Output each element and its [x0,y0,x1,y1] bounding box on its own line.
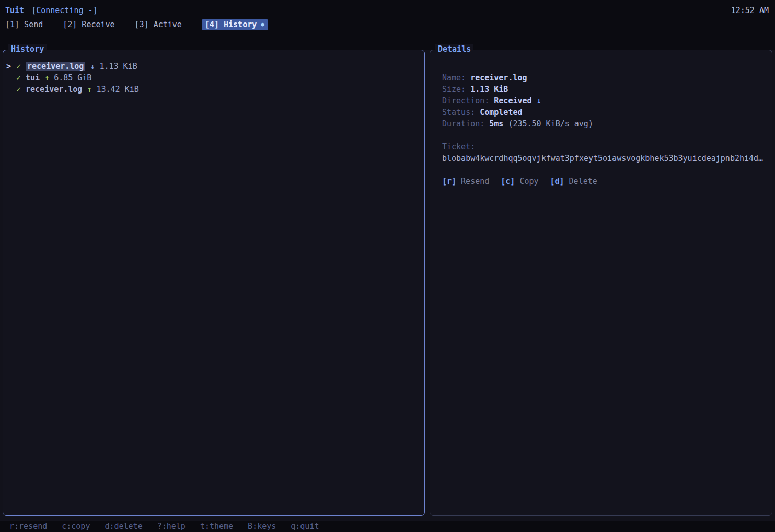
file-size: 1.13 KiB [99,62,137,71]
file-size: 13.42 KiB [96,85,138,94]
ticket-value: blobabw4kwcrdhqq5oqvjkfwat3pfxeyt5oiawsv… [442,153,764,164]
keybinding-bar: r:resend c:copy d:delete ?:help t:theme … [0,521,775,532]
tab-bar: [1] Send [2] Receive [3] Active [4] Hist… [5,18,769,31]
resend-label: Resend [461,177,489,186]
blank-line [442,164,764,176]
detail-size: Size: 1.13 KiB [442,84,764,95]
details-panel-title: Details [435,44,473,54]
delete-key: [d] [550,177,564,186]
details-body: Name: receiver.log Size: 1.13 KiB Direct… [430,50,772,187]
history-row[interactable]: ✓ tui ↑ 6.85 GiB [6,72,420,84]
detail-name: Name: receiver.log [442,72,764,84]
history-row-selected[interactable]: > ✓ receiver.log ↓ 1.13 KiB [6,61,420,72]
blank-line [442,130,764,141]
tab-receive[interactable]: [2] Receive [63,20,114,29]
ticket-label: Ticket: [442,142,475,152]
file-name: receiver.log [26,85,82,94]
tab-active[interactable]: [3] Active [135,20,182,29]
detail-duration-rate: (235.50 KiB/s avg) [508,119,593,129]
detail-status-value: Completed [480,108,522,117]
copy-label: Copy [519,177,538,186]
main-area: History > ✓ receiver.log ↓ 1.13 KiB ✓ tu… [3,50,772,516]
hint-keys[interactable]: B:keys [248,522,276,531]
history-panel: History > ✓ receiver.log ↓ 1.13 KiB ✓ tu… [3,50,425,516]
notification-dot-icon: ● [261,21,264,28]
detail-direction-value: Received [494,96,531,106]
check-icon: ✓ [16,85,21,94]
app-title: Tuit [5,6,24,15]
hint-quit[interactable]: q:quit [291,522,319,531]
history-list: > ✓ receiver.log ↓ 1.13 KiB ✓ tui ↑ 6.85… [3,50,424,95]
download-arrow-icon: ↓ [537,96,541,106]
hint-delete[interactable]: d:delete [105,522,142,531]
detail-size-label: Size: [442,85,466,94]
detail-name-value: receiver.log [470,73,527,83]
top-bar: Tuit [Connecting -] 12:52 AM [1] Send [2… [0,0,775,50]
detail-status: Status: Completed [442,107,764,118]
clock: 12:52 AM [731,6,769,15]
selection-marker-icon: > [6,62,11,71]
hint-copy[interactable]: c:copy [62,522,90,531]
hint-help[interactable]: ?:help [157,522,186,531]
detail-direction: Direction: Received ↓ [442,95,764,107]
resend-key: [r] [442,177,456,186]
copy-key: [c] [501,177,515,186]
history-panel-title: History [8,44,47,54]
detail-duration-value: 5ms [489,119,503,129]
tab-send[interactable]: [1] Send [5,20,43,29]
detail-size-value: 1.13 KiB [470,85,508,94]
delete-button[interactable]: [d] Delete [550,177,597,186]
hint-theme[interactable]: t:theme [200,522,233,531]
file-size: 6.85 GiB [54,73,91,83]
history-row[interactable]: ✓ receiver.log ↑ 13.42 KiB [6,84,420,95]
detail-direction-label: Direction: [442,96,489,106]
check-icon: ✓ [16,73,21,83]
copy-button[interactable]: [c] Copy [501,177,538,186]
detail-actions: [r] Resend [c] Copy [d] Delete [442,176,764,187]
file-name: receiver.log [26,62,85,71]
download-arrow-icon: ↓ [90,62,95,71]
upload-arrow-icon: ↑ [87,85,91,94]
brand: Tuit [Connecting -] [5,6,98,15]
detail-status-label: Status: [442,108,475,117]
detail-duration: Duration: 5ms (235.50 KiB/s avg) [442,118,764,130]
file-name: tui [26,73,40,83]
hint-resend[interactable]: r:resend [9,522,47,531]
detail-duration-label: Duration: [442,119,484,129]
delete-label: Delete [569,177,597,186]
detail-name-label: Name: [442,73,466,83]
app-window: Tuit [Connecting -] 12:52 AM [1] Send [2… [0,0,775,532]
check-icon: ✓ [16,62,21,71]
ticket-section: Ticket: [442,141,764,153]
tab-history-label: [4] History [205,20,257,29]
connection-status: [Connecting -] [31,6,97,15]
tab-history[interactable]: [4] History ● [202,19,268,30]
resend-button[interactable]: [r] Resend [442,177,489,186]
details-panel: Details Name: receiver.log Size: 1.13 Ki… [430,50,772,516]
upload-arrow-icon: ↑ [44,73,49,83]
title-row: Tuit [Connecting -] 12:52 AM [5,4,769,17]
